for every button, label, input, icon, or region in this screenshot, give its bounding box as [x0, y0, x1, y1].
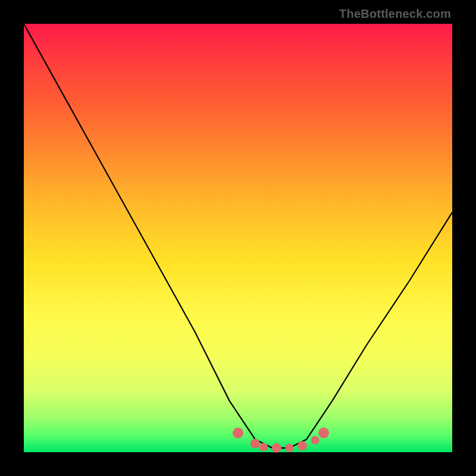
highlight-dot [233, 428, 243, 439]
chart-frame: TheBottleneck.com [0, 0, 476, 476]
curve-layer [24, 24, 452, 452]
plot-area [24, 24, 452, 452]
highlight-dot [259, 443, 268, 451]
highlight-dot [285, 444, 293, 452]
highlight-dot [318, 428, 329, 439]
watermark-text: TheBottleneck.com [339, 7, 451, 21]
bottleneck-curve [24, 24, 452, 448]
highlight-dot [311, 436, 320, 444]
highlight-dot [272, 443, 281, 453]
highlight-dots [233, 428, 329, 453]
highlight-dot [250, 439, 260, 449]
highlight-dot [298, 441, 307, 450]
